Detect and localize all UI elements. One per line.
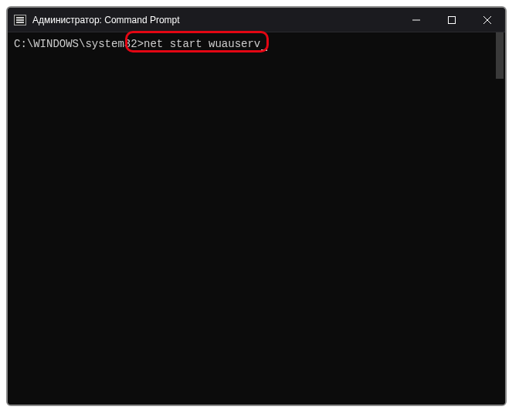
prompt-char: > [137,38,144,50]
text-cursor [261,49,267,51]
cmd-icon [14,15,26,25]
titlebar[interactable]: Администратор: Command Prompt [8,8,505,32]
close-button[interactable] [470,8,505,32]
command-text: net start wuauserv [144,38,260,50]
command-prompt-window: Администратор: Command Prompt C:\WINDOWS… [8,8,505,405]
terminal-body[interactable]: C:\WINDOWS\system32>net start wuauserv [8,32,505,405]
svg-rect-1 [449,16,456,23]
window-title: Администратор: Command Prompt [32,15,180,25]
vertical-scrollbar[interactable] [494,32,505,405]
maximize-button[interactable] [434,8,470,32]
window-frame: Администратор: Command Prompt C:\WINDOWS… [6,6,507,406]
prompt-path: C:\WINDOWS\system32 [14,38,137,50]
minimize-button[interactable] [399,8,434,32]
titlebar-left: Администратор: Command Prompt [8,15,180,25]
scrollbar-thumb[interactable] [496,32,504,79]
terminal-line: C:\WINDOWS\system32>net start wuauserv [14,37,499,51]
window-controls [399,8,505,32]
